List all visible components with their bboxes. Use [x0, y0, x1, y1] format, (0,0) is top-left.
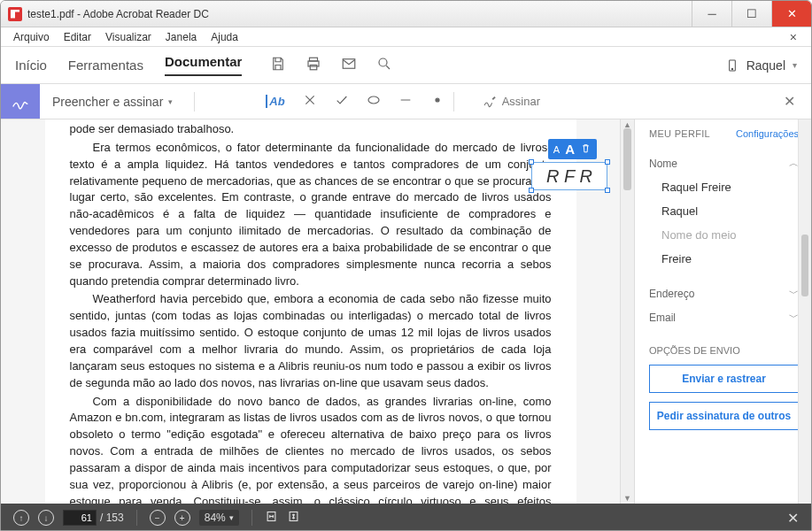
delete-signature-button[interactable] — [580, 142, 592, 157]
panel-scrollbar[interactable] — [798, 119, 811, 504]
user-name: Raquel — [746, 58, 785, 73]
svg-point-6 — [731, 68, 732, 69]
line-tool[interactable] — [398, 93, 413, 111]
page-down-button[interactable]: ↓ — [38, 510, 54, 526]
maximize-button[interactable]: ☐ — [731, 1, 771, 27]
decrease-size-button[interactable]: A — [553, 144, 560, 155]
document-viewport[interactable]: pode ser demasiado trabalhoso. Era termo… — [1, 119, 634, 504]
menu-arquivo[interactable]: Arquivo — [6, 29, 57, 45]
zoom-out-button[interactable]: − — [150, 510, 166, 526]
annotation-tools: Ab — [266, 93, 444, 111]
divider — [453, 92, 454, 112]
save-icon[interactable] — [270, 56, 286, 75]
fill-sign-icon[interactable] — [1, 84, 40, 119]
chevron-down-icon: ▾ — [793, 60, 797, 70]
mobile-icon — [725, 58, 739, 73]
window-titlebar: teste1.pdf - Adobe Acrobat Reader DC ─ ☐… — [1, 1, 811, 27]
divider — [136, 510, 137, 526]
request-signature-button[interactable]: Pedir assinatura de outros — [649, 402, 799, 430]
cross-tool[interactable] — [303, 93, 317, 111]
resize-handle[interactable] — [529, 188, 534, 193]
scroll-down-icon[interactable]: ▼ — [621, 494, 634, 503]
user-menu[interactable]: Raquel ▾ — [725, 58, 797, 73]
svg-point-7 — [368, 96, 379, 104]
close-fillbar-icon[interactable]: ✕ — [784, 93, 795, 110]
fill-sign-dropdown[interactable]: Preencher e assinar — [40, 95, 185, 109]
page-total: / 153 — [100, 512, 124, 524]
close-bottombar-icon[interactable]: ✕ — [787, 510, 799, 527]
first-name-field[interactable]: Raquel — [649, 199, 799, 223]
sign-button[interactable]: Assinar — [483, 95, 540, 109]
search-icon[interactable] — [376, 56, 392, 75]
text-tool[interactable]: Ab — [266, 95, 284, 108]
bottom-toolbar: ↑ ↓ / 153 − + 84% ▾ ✕ — [1, 504, 811, 531]
divider — [251, 510, 252, 526]
send-track-button[interactable]: Enviar e rastrear — [649, 365, 799, 393]
signature-edit-toolbar: A A — [548, 139, 597, 159]
menu-editar[interactable]: Editar — [57, 29, 98, 45]
signature-annotation[interactable]: R F R — [531, 162, 607, 190]
document-scrollbar[interactable]: ▲ ▼ — [620, 119, 634, 504]
doc-paragraph: Weatherford havia percebido que, embora … — [70, 291, 552, 391]
increase-size-button[interactable]: A — [565, 142, 575, 157]
circle-tool[interactable] — [367, 93, 381, 111]
topbar: Início Ferramentas Documentar Raquel ▾ — [1, 47, 811, 84]
menu-visualizar[interactable]: Visualizar — [98, 29, 159, 45]
resize-handle[interactable] — [605, 159, 610, 165]
toolbar-icons — [270, 56, 392, 75]
app-icon — [8, 7, 22, 21]
close-menubar-icon[interactable]: × — [783, 28, 804, 46]
zoom-in-button[interactable]: + — [174, 510, 190, 526]
full-name-field[interactable]: Raquel Freire — [649, 175, 799, 199]
chevron-down-icon: ▾ — [229, 513, 234, 522]
doc-paragraph: Com a disponibilidade do novo banco de d… — [70, 394, 552, 504]
nav-ferramentas[interactable]: Ferramentas — [68, 58, 143, 73]
nav-inicio[interactable]: Início — [15, 58, 47, 73]
fit-page-icon[interactable] — [287, 510, 300, 526]
print-icon[interactable] — [305, 56, 321, 75]
menu-janela[interactable]: Janela — [159, 29, 204, 45]
page-up-button[interactable]: ↑ — [13, 510, 29, 526]
zoom-dropdown[interactable]: 84% ▾ — [199, 510, 239, 526]
document-page: pode ser demasiado trabalhoso. Era termo… — [45, 119, 576, 504]
resize-handle[interactable] — [529, 159, 534, 165]
menu-ajuda[interactable]: Ajuda — [204, 29, 245, 45]
fill-sign-toolbar: Preencher e assinar Ab Assinar ✕ — [1, 84, 811, 119]
right-panel: MEU PERFIL Configurações Nome ︿ Raquel F… — [634, 119, 811, 504]
page-number-input[interactable] — [63, 510, 97, 526]
nav-documentar[interactable]: Documentar — [165, 54, 243, 76]
profile-header: MEU PERFIL — [649, 128, 710, 139]
dot-tool[interactable] — [430, 93, 445, 111]
doc-paragraph: Era termos econômicos, o fator determina… — [70, 140, 552, 290]
scroll-thumb[interactable] — [801, 235, 808, 296]
settings-link[interactable]: Configurações — [736, 128, 799, 139]
fit-width-icon[interactable] — [265, 510, 278, 526]
svg-rect-2 — [311, 65, 318, 69]
svg-point-4 — [379, 58, 387, 66]
close-window-button[interactable]: ✕ — [771, 1, 811, 27]
resize-handle[interactable] — [605, 188, 610, 193]
send-options-header: OPÇÕES DE ENVIO — [649, 345, 799, 356]
email-section-toggle[interactable]: Email ﹀ — [649, 305, 799, 329]
address-section-toggle[interactable]: Endereço ﹀ — [649, 281, 799, 305]
svg-point-8 — [436, 98, 439, 102]
divider — [194, 92, 195, 112]
window-controls: ─ ☐ ✕ — [692, 1, 811, 27]
page-indicator: / 153 — [63, 510, 124, 526]
doc-paragraph: pode ser demasiado trabalhoso. — [70, 121, 552, 138]
window-title: teste1.pdf - Adobe Acrobat Reader DC — [27, 8, 692, 20]
middle-name-field[interactable]: Nome do meio — [649, 223, 799, 247]
minimize-button[interactable]: ─ — [692, 1, 731, 27]
mail-icon[interactable] — [341, 56, 357, 75]
check-tool[interactable] — [335, 93, 349, 111]
name-section-toggle[interactable]: Nome ︿ — [649, 151, 799, 175]
content-area: pode ser demasiado trabalhoso. Era termo… — [1, 119, 811, 504]
menubar: Arquivo Editar Visualizar Janela Ajuda × — [1, 27, 811, 47]
last-name-field[interactable]: Freire — [649, 247, 799, 271]
scroll-thumb[interactable] — [623, 128, 631, 190]
